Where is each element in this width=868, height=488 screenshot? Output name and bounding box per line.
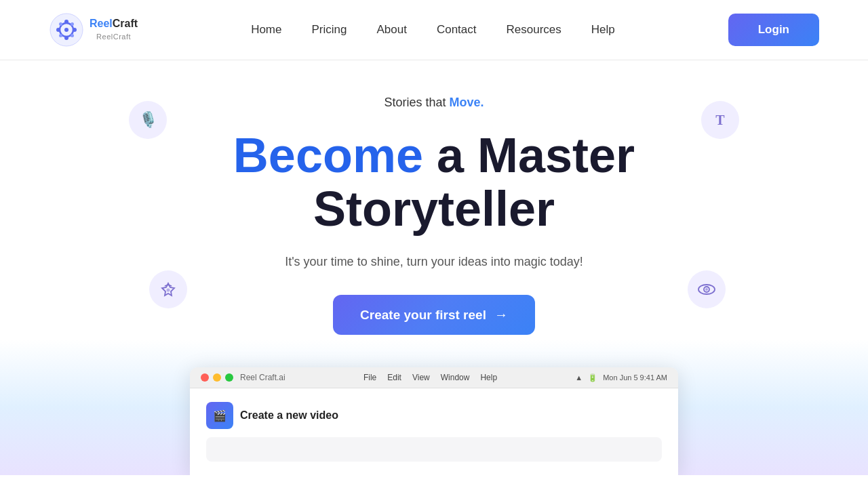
nav-help[interactable]: Help [591,23,615,37]
menu-file[interactable]: File [363,373,376,382]
nav-pricing[interactable]: Pricing [312,23,347,37]
svg-point-10 [71,34,74,37]
svg-point-6 [73,28,77,32]
nav-home[interactable]: Home [251,23,281,37]
svg-point-9 [59,34,62,37]
cta-label: Create your first reel [360,308,486,323]
svg-point-8 [71,22,74,26]
traffic-lights [201,373,233,382]
logo[interactable]: ReelCraft ReelCraft [49,12,138,47]
maximize-button-dot[interactable] [225,373,233,382]
menu-edit[interactable]: Edit [387,373,401,382]
app-titlebar-right: ▲ 🔋 Mon Jun 5 9:41 AM [575,373,667,382]
minimize-button-dot[interactable] [213,373,221,382]
svg-point-3 [64,20,68,24]
tagline-accent: Move. [450,96,484,109]
main-nav: Home Pricing About Contact Resources Hel… [251,23,615,37]
arrow-icon: → [494,307,508,323]
app-logo-icon: 🎬 [213,409,226,422]
status-time: Mon Jun 5 9:41 AM [603,373,667,382]
hero-subtitle: It's your time to shine, turn your ideas… [14,255,854,269]
logo-text: ReelCraft ReelCraft [90,18,138,41]
logo-icon [49,12,84,47]
menu-help[interactable]: Help [480,373,497,382]
app-body: 🎬 Create a new video [190,388,678,475]
nav-contact[interactable]: Contact [437,23,477,37]
svg-point-5 [56,28,60,32]
app-titlebar-left: Reel Craft.ai [201,373,285,382]
svg-point-4 [64,36,68,40]
app-titlebar: Reel Craft.ai File Edit View Window Help… [190,367,678,388]
app-title-text: Reel Craft.ai [240,373,285,382]
close-button-dot[interactable] [201,373,209,382]
app-body-header: 🎬 Create a new video [206,402,662,429]
tagline: Stories that Move. [14,96,854,110]
app-menu: File Edit View Window Help [363,373,497,382]
site-header: ReelCraft ReelCraft Home Pricing About C… [0,0,868,60]
app-preview: Reel Craft.ai File Edit View Window Help… [190,367,678,475]
nav-resources[interactable]: Resources [507,23,561,37]
svg-point-2 [64,28,68,32]
app-logo-small: 🎬 [206,402,233,429]
hero-title-blue: Become [233,128,423,182]
app-search-bar[interactable] [206,437,662,462]
login-button[interactable]: Login [728,14,819,46]
app-create-title: Create a new video [240,409,338,422]
battery-icon: 🔋 [588,373,597,382]
wifi-icon: ▲ [575,373,583,382]
svg-point-7 [59,22,62,26]
nav-about[interactable]: About [376,23,406,37]
menu-view[interactable]: View [412,373,430,382]
menu-window[interactable]: Window [441,373,470,382]
hero-title: Become a Master Storyteller [14,129,854,236]
cta-button[interactable]: Create your first reel → [333,295,535,335]
hero-content: Stories that Move. Become a Master Story… [14,96,854,475]
hero-section: 🎙️ T Stories that Move. Become a Master … [0,60,868,475]
